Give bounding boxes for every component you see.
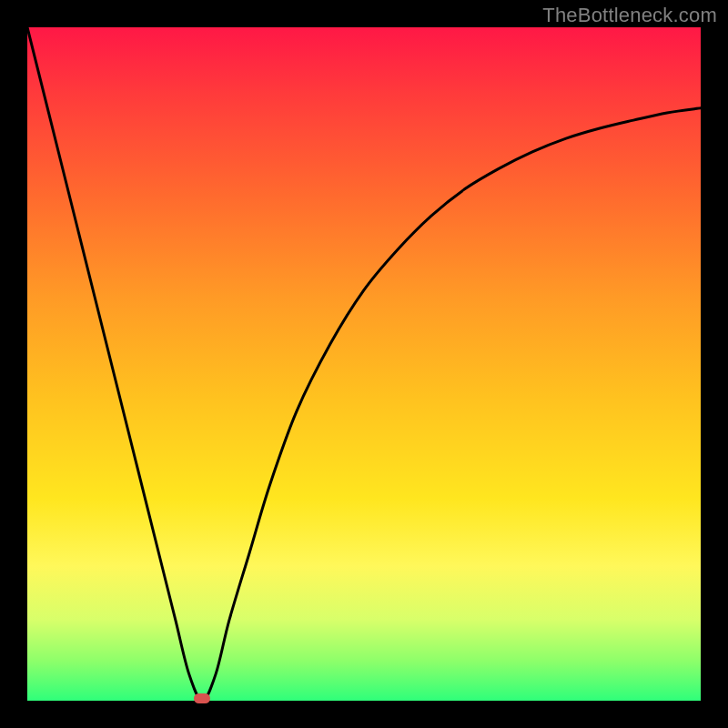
minimum-marker	[194, 693, 210, 703]
watermark-text: TheBottleneck.com	[542, 4, 717, 27]
bottleneck-curve	[27, 27, 701, 701]
chart-frame: TheBottleneck.com	[0, 0, 728, 728]
plot-area	[27, 27, 701, 701]
